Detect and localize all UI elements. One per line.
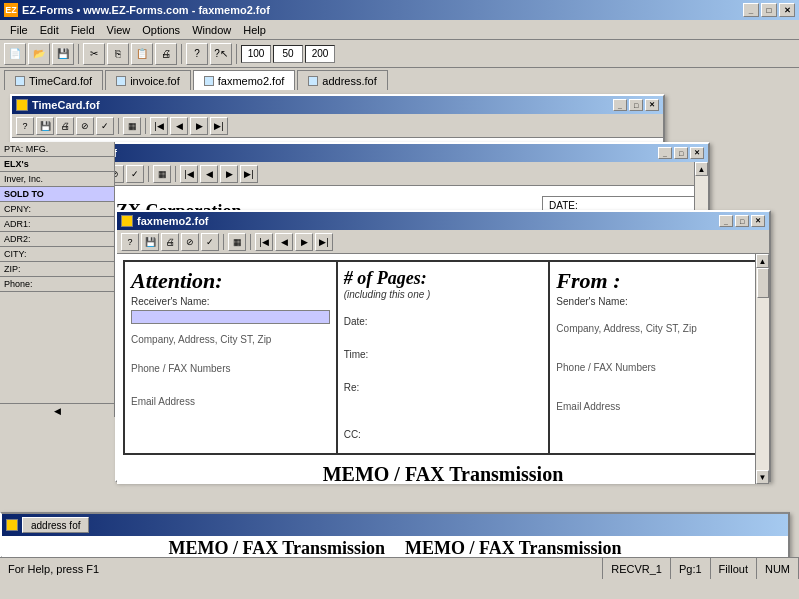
menu-view[interactable]: View — [101, 22, 137, 38]
tc-check-btn[interactable]: ✓ — [96, 117, 114, 135]
attention-name-input[interactable] — [131, 310, 330, 324]
close-button[interactable]: ✕ — [779, 3, 795, 17]
fax-scroll-down[interactable]: ▼ — [756, 470, 769, 484]
fax-nav-last[interactable]: ▶| — [315, 233, 333, 251]
tc-help-btn[interactable]: ? — [16, 117, 34, 135]
cut-button[interactable]: ✂ — [83, 43, 105, 65]
tc-save-btn[interactable]: 💾 — [36, 117, 54, 135]
fax-nav-next[interactable]: ▶ — [295, 233, 313, 251]
tc-print-btn[interactable]: 🖨 — [56, 117, 74, 135]
sidebar-cpny: CPNY: — [0, 202, 114, 217]
invoice-close[interactable]: ✕ — [690, 147, 704, 159]
tc-nav-next[interactable]: ▶ — [190, 117, 208, 135]
new-button[interactable]: 📄 — [4, 43, 26, 65]
inv-nav-next[interactable]: ▶ — [220, 165, 238, 183]
context-help-button[interactable]: ?↖ — [210, 43, 232, 65]
fax-save-btn[interactable]: 💾 — [141, 233, 159, 251]
faxmemo-title-label: faxmemo2.fof — [137, 215, 209, 227]
faxmemo-maximize[interactable]: □ — [735, 215, 749, 227]
inv-nav-prev[interactable]: ◀ — [200, 165, 218, 183]
inv-check-btn[interactable]: ✓ — [126, 165, 144, 183]
status-help: For Help, press F1 — [0, 558, 603, 579]
fax-scroll-track — [756, 268, 769, 470]
address-tab-button[interactable]: address fof — [22, 517, 89, 533]
fax-nav-prev[interactable]: ◀ — [275, 233, 293, 251]
save-button[interactable]: 💾 — [52, 43, 74, 65]
tab-address-label: address.fof — [322, 75, 376, 87]
tc-cancel-btn[interactable]: ⊘ — [76, 117, 94, 135]
status-field: RECVR_1 — [603, 558, 671, 579]
fax-help-btn[interactable]: ? — [121, 233, 139, 251]
tab-faxmemo[interactable]: faxmemo2.fof — [193, 70, 296, 90]
status-mode: Fillout — [711, 558, 757, 579]
address-window: address fof MEMO / FAX Transmission MEMO… — [0, 512, 790, 557]
toolbar-separator-1 — [78, 44, 79, 64]
open-button[interactable]: 📂 — [28, 43, 50, 65]
attention-title: Attention: — [131, 268, 330, 294]
address-content-partial: MEMO / FAX Transmission MEMO / FAX Trans… — [2, 536, 788, 557]
tab-address-icon — [308, 76, 318, 86]
faxmemo-close[interactable]: ✕ — [751, 215, 765, 227]
workspace: TimeCard.fof _ □ ✕ ? 💾 🖨 ⊘ ✓ ▦ |◀ ◀ ▶ ▶| — [0, 90, 799, 557]
help-button[interactable]: ? — [186, 43, 208, 65]
attention-addr-field: Company, Address, City ST, Zip — [131, 334, 330, 345]
fax-print-btn[interactable]: 🖨 — [161, 233, 179, 251]
menu-edit[interactable]: Edit — [34, 22, 65, 38]
menu-options[interactable]: Options — [136, 22, 186, 38]
title-bar-text: EZ EZ-Forms • www.EZ-Forms.com - faxmemo… — [4, 3, 743, 17]
copy-button[interactable]: ⎘ — [107, 43, 129, 65]
fax-scrollbar-v[interactable]: ▲ ▼ — [755, 254, 769, 484]
timecard-maximize[interactable]: □ — [629, 99, 643, 111]
fax-check-btn[interactable]: ✓ — [201, 233, 219, 251]
fax-nav-first[interactable]: |◀ — [255, 233, 273, 251]
sidebar-adr2: ADR2: — [0, 232, 114, 247]
status-help-text: For Help, press F1 — [8, 563, 99, 575]
faxmemo-title-bar: faxmemo2.fof _ □ ✕ — [117, 212, 769, 230]
from-addr-field: Company, Address, City ST, Zip — [556, 323, 755, 334]
fax-scroll-up[interactable]: ▲ — [756, 254, 769, 268]
invoice-minimize[interactable]: _ — [658, 147, 672, 159]
tc-calc-btn[interactable]: ▦ — [123, 117, 141, 135]
tab-address[interactable]: address.fof — [297, 70, 387, 90]
minimize-button[interactable]: _ — [743, 3, 759, 17]
pages-cc: CC: — [344, 429, 543, 440]
tc-nav-prev[interactable]: ◀ — [170, 117, 188, 135]
paste-button[interactable]: 📋 — [131, 43, 153, 65]
print-button[interactable]: 🖨 — [155, 43, 177, 65]
inv-nav-first[interactable]: |◀ — [180, 165, 198, 183]
tabs-bar: TimeCard.fof invoice.fof faxmemo2.fof ad… — [0, 68, 799, 90]
timecard-toolbar: ? 💾 🖨 ⊘ ✓ ▦ |◀ ◀ ▶ ▶| — [12, 114, 663, 138]
tab-invoice[interactable]: invoice.fof — [105, 70, 191, 90]
sidebar-phone: Phone: — [0, 277, 114, 292]
tc-nav-last[interactable]: ▶| — [210, 117, 228, 135]
timecard-minimize[interactable]: _ — [613, 99, 627, 111]
fax-cancel-btn[interactable]: ⊘ — [181, 233, 199, 251]
invoice-maximize[interactable]: □ — [674, 147, 688, 159]
timecard-close[interactable]: ✕ — [645, 99, 659, 111]
faxmemo-minimize[interactable]: _ — [719, 215, 733, 227]
zoom-50: 50 — [273, 45, 303, 63]
inv-nav-last[interactable]: ▶| — [240, 165, 258, 183]
left-sidebar: PTA: MFG. ELX's Inver, Inc. SOLD TO CPNY… — [0, 142, 115, 417]
inv-calc-btn[interactable]: ▦ — [153, 165, 171, 183]
menu-help[interactable]: Help — [237, 22, 272, 38]
from-subtitle: Sender's Name: — [556, 296, 755, 307]
faxmemo-window-buttons: _ □ ✕ — [719, 215, 765, 227]
app-icon: EZ — [4, 3, 18, 17]
tc-nav-first[interactable]: |◀ — [150, 117, 168, 135]
status-bar: For Help, press F1 RECVR_1 Pg:1 Fillout … — [0, 557, 799, 579]
fax-calc-btn[interactable]: ▦ — [228, 233, 246, 251]
menu-window[interactable]: Window — [186, 22, 237, 38]
maximize-button[interactable]: □ — [761, 3, 777, 17]
menu-field[interactable]: Field — [65, 22, 101, 38]
address-bottom-text: MEMO / FAX Transmission — [168, 538, 385, 558]
address-bottom-bar: address fof — [2, 514, 788, 536]
inv-scroll-up[interactable]: ▲ — [695, 162, 708, 176]
menu-file[interactable]: File — [4, 22, 34, 38]
fax-from-section: From : Sender's Name: Company, Address, … — [550, 262, 761, 453]
toolbar-separator-2 — [181, 44, 182, 64]
sidebar-scroll[interactable]: ◀ — [0, 403, 114, 417]
tab-timecard[interactable]: TimeCard.fof — [4, 70, 103, 90]
sidebar-ezx: ELX's — [0, 157, 114, 172]
zoom-100: 100 — [241, 45, 271, 63]
